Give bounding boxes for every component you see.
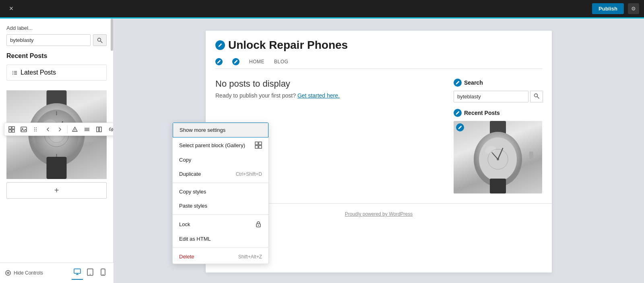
ctx-separator-3 — [173, 248, 268, 248]
svg-point-15 — [34, 129, 35, 130]
pencil-icon-nav — [217, 59, 221, 64]
preview-watch-image — [454, 121, 542, 194]
preview-sidebar-widget: Search — [454, 79, 542, 194]
sidebar-image-area: + — [0, 90, 113, 199]
search-widget-edit-circle[interactable] — [454, 79, 462, 87]
close-button[interactable]: × — [5, 2, 18, 15]
search-icon-preview — [534, 93, 539, 99]
svg-point-2 — [12, 71, 13, 72]
link-icon — [108, 126, 114, 133]
toolbar-align-button[interactable] — [81, 125, 93, 134]
latest-posts-block[interactable]: Latest Posts — [6, 65, 107, 81]
mobile-view-button[interactable] — [97, 266, 109, 280]
desktop-view-button[interactable] — [72, 266, 83, 280]
pencil-icon-nav2 — [233, 59, 238, 64]
ctx-copy-styles[interactable]: Copy styles — [173, 185, 268, 199]
toolbar-link-button[interactable] — [105, 125, 114, 134]
pencil-icon-search — [455, 80, 460, 85]
hide-controls-button[interactable]: Hide Controls — [5, 270, 43, 276]
svg-line-1 — [101, 41, 103, 43]
svg-point-18 — [36, 129, 37, 130]
svg-rect-42 — [255, 142, 258, 145]
nav-home-link[interactable]: HOME — [249, 58, 264, 65]
sidebar: Add label... Recent Posts — [0, 19, 114, 283]
mobile-icon — [99, 268, 107, 276]
recent-posts-section-title: Recent Posts — [6, 52, 107, 60]
nav2-edit-circle[interactable] — [232, 58, 239, 65]
toolbar-image-button[interactable] — [18, 125, 29, 134]
preview-search-button[interactable] — [530, 91, 543, 102]
svg-rect-58 — [490, 179, 506, 194]
svg-rect-9 — [12, 127, 14, 129]
drag-icon — [33, 126, 39, 133]
pencil-icon-post — [458, 125, 462, 130]
svg-rect-40 — [47, 157, 67, 179]
nav-edit-circle[interactable] — [215, 58, 223, 65]
ctx-show-more-settings[interactable]: Show more settings — [173, 123, 268, 137]
tablet-view-button[interactable] — [85, 266, 96, 280]
toolbar-layout-button[interactable] — [93, 125, 105, 134]
toolbar-drag-button[interactable] — [30, 125, 41, 134]
ctx-lock[interactable]: Lock — [173, 216, 268, 232]
sidebar-content: Add label... Recent Posts — [0, 19, 113, 90]
layout-icon — [96, 126, 102, 133]
pencil-icon-recent — [455, 110, 460, 115]
recent-post-image-edit-circle[interactable] — [456, 123, 464, 131]
toolbar-nav-prev-button[interactable] — [42, 125, 54, 134]
gallery-block-icon — [255, 142, 262, 149]
ctx-delete[interactable]: Delete Shift+Alt+Z — [173, 250, 268, 264]
latest-posts-header: Latest Posts — [8, 67, 105, 79]
ctx-paste-styles[interactable]: Paste styles — [173, 199, 268, 213]
toolbar-divider-1 — [67, 125, 68, 133]
hide-controls-icon — [5, 270, 11, 276]
svg-point-17 — [36, 127, 37, 128]
svg-rect-10 — [9, 130, 11, 132]
svg-rect-45 — [259, 146, 262, 148]
ctx-duplicate[interactable]: Duplicate Ctrl+Shift+D — [173, 167, 268, 181]
preview-search-input[interactable] — [454, 91, 528, 102]
settings-button[interactable]: ⚙ — [628, 3, 639, 14]
nav-blog-link[interactable]: BLOG — [274, 58, 288, 65]
add-label-text: Add label... — [6, 25, 107, 31]
desktop-icon — [73, 268, 81, 276]
site-title-edit-circle[interactable] — [215, 40, 225, 50]
preview-header: Unlock Repair Phones HOME BLOG — [206, 31, 552, 69]
preview-recent-post-image-wrapper — [454, 121, 542, 194]
chevron-right-icon — [57, 126, 63, 133]
tablet-icon — [86, 268, 94, 276]
svg-rect-63 — [74, 269, 80, 273]
ctx-edit-as-html[interactable]: Edit as HTML — [173, 232, 268, 246]
svg-rect-26 — [99, 127, 101, 132]
image-icon — [21, 126, 27, 133]
svg-point-13 — [22, 128, 23, 129]
svg-point-19 — [36, 131, 37, 131]
align-icon — [84, 126, 90, 133]
top-bar-actions: Publish ⚙ — [592, 3, 639, 14]
toolbar-gallery-button[interactable] — [6, 125, 17, 134]
ctx-copy[interactable]: Copy — [173, 153, 268, 167]
svg-rect-44 — [255, 146, 258, 148]
get-started-link[interactable]: Get started here. — [297, 92, 340, 99]
publish-button[interactable]: Publish — [592, 3, 624, 14]
svg-rect-25 — [97, 127, 99, 132]
pencil-icon — [218, 43, 223, 48]
view-buttons — [72, 266, 109, 280]
svg-line-49 — [537, 97, 539, 99]
latest-posts-label: Latest Posts — [21, 69, 56, 76]
svg-rect-52 — [529, 152, 533, 159]
toolbar-alert-button[interactable] — [69, 125, 80, 134]
svg-rect-11 — [12, 130, 14, 132]
ctx-select-parent-block[interactable]: Select parent block (Gallery) — [173, 137, 268, 153]
recent-posts-edit-circle[interactable] — [454, 109, 462, 117]
svg-point-4 — [12, 73, 13, 73]
toolbar-nav-next-button[interactable] — [54, 125, 66, 134]
footer-powered-by-link[interactable]: Proudly powered by WordPress — [345, 211, 413, 217]
gallery-icon — [8, 126, 15, 133]
sidebar-scrollbar[interactable] — [111, 19, 113, 51]
lock-icon — [255, 221, 262, 228]
svg-point-6 — [12, 74, 13, 75]
preview-watch-svg — [454, 121, 542, 194]
label-search-input[interactable] — [6, 34, 91, 46]
label-search-button[interactable] — [93, 34, 107, 46]
add-block-button[interactable]: + — [6, 182, 107, 199]
